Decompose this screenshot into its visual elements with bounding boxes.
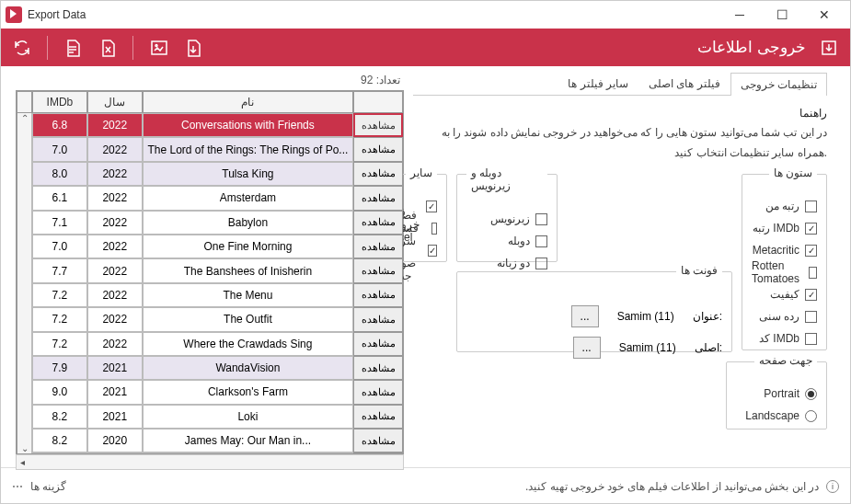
view-button[interactable]: مشاهده xyxy=(353,332,403,356)
th-scroll xyxy=(17,91,32,113)
tab-main-filters[interactable]: فیلتر های اصلی xyxy=(638,72,730,95)
cell-imdb: 8.2 xyxy=(32,429,87,452)
status-text: در این بخش می‌توانید از اطلاعات فیلم های… xyxy=(525,480,819,493)
export-image-icon[interactable] xyxy=(148,38,168,58)
checkbox-Rotten Tomatoes[interactable]: Rotten Tomatoes xyxy=(752,261,817,283)
view-button[interactable]: مشاهده xyxy=(353,186,403,210)
checkbox-icon xyxy=(805,333,817,345)
cell-imdb: 9.0 xyxy=(32,380,87,404)
checkbox-کیفیت[interactable]: کیفیت xyxy=(752,283,817,305)
radio-Portrait[interactable]: Portrait xyxy=(736,383,817,405)
checkbox-کد IMDb[interactable]: کد IMDb xyxy=(752,327,817,349)
checkbox-رتبه IMDb[interactable]: رتبه IMDb xyxy=(752,217,817,239)
table-row[interactable]: 7.02022One Fine Morningمشاهده xyxy=(17,235,403,258)
vertical-scrollbar[interactable]: ⌃⌄ xyxy=(17,113,32,453)
cell-year: 2020 xyxy=(87,452,143,453)
table-row[interactable]: 8.22020James May: Our Man in...مشاهده xyxy=(17,429,403,452)
cell-year: 2022 xyxy=(87,258,143,282)
table-row[interactable]: 7.22022The Menuمشاهده xyxy=(17,283,403,307)
fieldset-orientation-title: جهت صفحه xyxy=(754,354,817,367)
view-button[interactable]: مشاهده xyxy=(353,162,403,186)
tab-other-filters[interactable]: سایر فیلتر ها xyxy=(558,72,638,95)
cell-name: WandaVision xyxy=(143,356,353,380)
export-text-icon[interactable] xyxy=(63,38,83,58)
checkbox-زیرنویس[interactable]: زیرنویس xyxy=(466,208,547,230)
table-row[interactable]: 7.02022The Lord of the Rings: The Rings … xyxy=(17,137,403,161)
cell-year: 2021 xyxy=(87,405,143,429)
table-row[interactable]: 7.22022Where the Crawdads Singمشاهده xyxy=(17,332,403,356)
help-title: راهنما xyxy=(413,107,827,120)
export-main-icon[interactable] xyxy=(819,38,839,58)
ribbon-title: خروجی اطلاعات xyxy=(697,38,806,57)
view-button[interactable]: مشاهده xyxy=(353,452,403,453)
cell-name: Clarkson's Farm xyxy=(143,380,353,404)
table-row[interactable]: 7.72022The Banshees of Inisherinمشاهده xyxy=(17,258,403,282)
radio-Landscape[interactable]: Landscape xyxy=(736,405,817,427)
fieldset-columns-title: ستون ها xyxy=(769,166,817,179)
radio-icon xyxy=(805,410,817,422)
fieldset-other-title: سایر xyxy=(406,166,437,179)
view-button[interactable]: مشاهده xyxy=(353,307,403,331)
checkbox-icon xyxy=(805,311,817,323)
font-main-button[interactable]: ... xyxy=(573,337,601,359)
view-button[interactable]: مشاهده xyxy=(353,137,403,161)
th-imdb[interactable]: IMDb xyxy=(32,91,87,113)
cell-name: Loki xyxy=(143,405,353,429)
view-button[interactable]: مشاهده xyxy=(353,235,403,258)
view-button[interactable]: مشاهده xyxy=(353,380,403,404)
checkbox-دوبله[interactable]: دوبله xyxy=(466,230,547,252)
cell-imdb: 7.2 xyxy=(32,283,87,307)
options-link[interactable]: گزینه ها xyxy=(30,480,66,493)
horizontal-scrollbar[interactable]: ◂ xyxy=(16,454,404,470)
view-button[interactable]: مشاهده xyxy=(353,283,403,307)
cell-year: 2020 xyxy=(87,429,143,452)
checkbox-Metacritic[interactable]: Metacritic xyxy=(752,239,817,261)
cell-name: One Fine Morning xyxy=(143,235,353,258)
close-button[interactable]: ✕ xyxy=(803,1,845,29)
th-view[interactable] xyxy=(353,91,403,113)
cell-year: 2022 xyxy=(87,235,143,258)
table-row[interactable]: 7.12022Babylonمشاهده xyxy=(17,211,403,235)
view-button[interactable]: مشاهده xyxy=(353,356,403,380)
table-row[interactable]: 8.22021Lokiمشاهده xyxy=(17,405,403,429)
table-row[interactable]: 9.02021Clarkson's Farmمشاهده xyxy=(17,380,403,404)
titlebar: Export Data ─ ☐ ✕ xyxy=(1,1,850,29)
table-row[interactable]: 6.42020The Luminariesمشاهده xyxy=(17,452,403,453)
view-button[interactable]: مشاهده xyxy=(353,429,403,452)
view-button[interactable]: مشاهده xyxy=(353,211,403,235)
table-row[interactable]: 7.22022The Outfitمشاهده xyxy=(17,307,403,331)
font-title-value: Samim (11) xyxy=(617,310,674,323)
cell-imdb: 7.0 xyxy=(32,137,87,161)
table-row[interactable]: 7.92021WandaVisionمشاهده xyxy=(17,356,403,380)
th-name[interactable]: نام xyxy=(143,91,353,113)
checkbox-icon xyxy=(805,223,817,235)
cell-imdb: 7.1 xyxy=(32,211,87,235)
table-row[interactable]: 6.12022Amsterdamمشاهده xyxy=(17,186,403,210)
refresh-icon[interactable] xyxy=(12,38,32,58)
view-button[interactable]: مشاهده xyxy=(353,405,403,429)
font-title-button[interactable]: ... xyxy=(571,305,599,327)
checkbox-icon xyxy=(428,245,437,257)
view-button[interactable]: مشاهده xyxy=(353,258,403,282)
cell-imdb: 8.2 xyxy=(32,405,87,429)
font-title-label: عنوان: xyxy=(693,310,722,323)
tabs: تنظیمات خروجی فیلتر های اصلی سایر فیلتر … xyxy=(413,72,827,96)
th-year[interactable]: سال xyxy=(87,91,143,113)
export-file-icon[interactable] xyxy=(183,38,203,58)
minimize-button[interactable]: ─ xyxy=(719,1,761,29)
table-row[interactable]: 8.02022Tulsa Kingمشاهده xyxy=(17,162,403,186)
cell-imdb: 8.0 xyxy=(32,162,87,186)
checkbox-icon xyxy=(431,223,437,235)
checkbox-رده سنی[interactable]: رده سنی xyxy=(752,305,817,327)
ribbon: خروجی اطلاعات xyxy=(1,29,850,66)
view-button[interactable]: مشاهده xyxy=(353,113,403,137)
checkbox-icon xyxy=(805,200,817,212)
row-count: تعداد: 92 xyxy=(16,74,404,86)
cell-year: 2022 xyxy=(87,307,143,331)
tab-export-settings[interactable]: تنظیمات خروجی xyxy=(730,73,827,96)
checkbox-رتبه من[interactable]: رتبه من xyxy=(752,195,817,217)
export-excel-icon[interactable] xyxy=(98,38,118,58)
checkbox-icon xyxy=(535,258,547,269)
maximize-button[interactable]: ☐ xyxy=(761,1,803,29)
table-row[interactable]: 6.82022Conversations with Friendsمشاهده xyxy=(17,113,403,137)
